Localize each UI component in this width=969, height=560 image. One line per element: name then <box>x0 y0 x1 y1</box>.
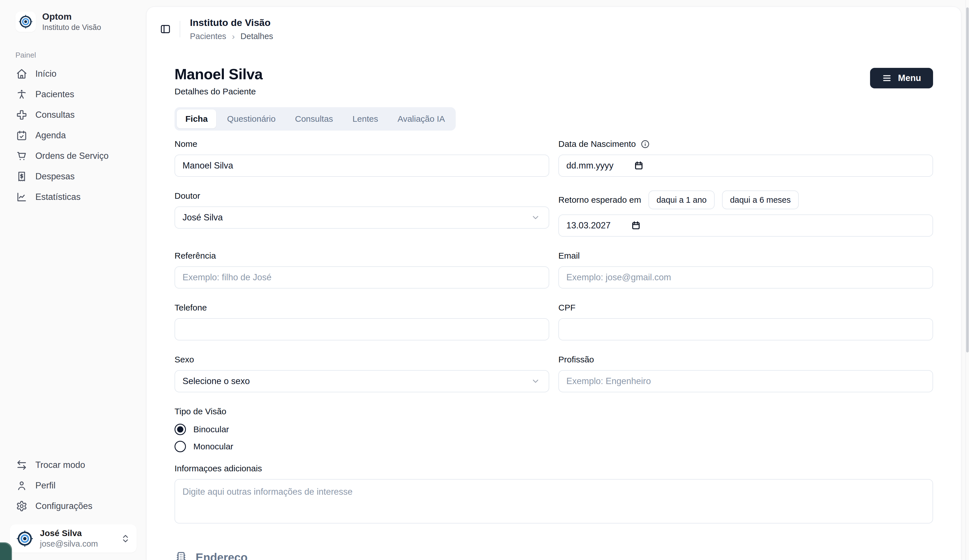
radio-monocular-label: Monocular <box>193 442 233 451</box>
sidebar-footer: Trocar modo Perfil Configurações <box>10 455 137 553</box>
telefone-field[interactable] <box>175 318 549 341</box>
tab-lentes[interactable]: Lentes <box>344 110 387 128</box>
building-icon <box>175 551 188 560</box>
sidebar-item-label: Consultas <box>35 110 75 120</box>
calendar-check-icon <box>16 130 27 141</box>
retorno-value: 13.03.2027 <box>566 220 611 231</box>
profissao-field[interactable] <box>558 370 933 392</box>
sidebar-item-consultas[interactable]: Consultas <box>10 105 137 125</box>
sidebar-item-label: Estatísticas <box>35 192 81 202</box>
menu-button-label: Menu <box>898 73 921 83</box>
sidebar-item-label: Pacientes <box>35 89 74 100</box>
sidebar-item-estatisticas[interactable]: Estatísticas <box>10 187 137 207</box>
header-divider <box>180 21 180 37</box>
tab-consultas[interactable]: Consultas <box>286 110 341 128</box>
user-email: jose@silva.com <box>40 539 114 548</box>
referencia-field[interactable] <box>175 266 549 289</box>
menu-button[interactable]: Menu <box>870 68 933 88</box>
sidebar-item-label: Início <box>35 69 57 79</box>
sidebar-item-perfil[interactable]: Perfil <box>10 475 137 496</box>
breadcrumb-detalhes: Detalhes <box>240 32 273 41</box>
scrollbar-thumb[interactable] <box>966 7 969 352</box>
sidebar-item-label: Agenda <box>35 130 66 141</box>
app-name: Optom <box>42 12 101 22</box>
sidebar-nav: Início Pacientes Consultas Agenda Ordens… <box>10 63 137 207</box>
app-org: Instituto de Visão <box>42 23 101 32</box>
gear-icon <box>16 500 27 512</box>
target-logo-icon <box>18 14 33 29</box>
sidebar-item-agenda[interactable]: Agenda <box>10 125 137 146</box>
retorno-1-ano-button[interactable]: daqui a 1 ano <box>648 191 714 209</box>
info-icon[interactable] <box>641 140 650 149</box>
sidebar: Optom Instituto de Visão Painel Início P… <box>0 0 146 560</box>
retorno-6-meses-button[interactable]: daqui a 6 meses <box>722 191 799 209</box>
medical-cross-icon <box>16 109 27 121</box>
sexo-select[interactable]: Selecione o sexo <box>175 370 549 392</box>
cart-icon <box>16 150 27 162</box>
info-adicionais-label: Informaçoes adicionais <box>175 463 933 474</box>
endereco-section-title: Endereço <box>196 551 248 560</box>
sidebar-item-configuracoes[interactable]: Configurações <box>10 496 137 516</box>
receipt-icon <box>16 171 27 182</box>
email-field[interactable] <box>558 266 933 289</box>
nascimento-value: dd.mm.yyyy <box>566 161 613 171</box>
breadcrumb: Pacientes › Detalhes <box>190 32 273 42</box>
app-logo-row: Optom Instituto de Visão <box>10 12 137 32</box>
swap-arrows-icon <box>16 459 27 471</box>
referencia-label: Referência <box>175 250 549 261</box>
sidebar-item-inicio[interactable]: Início <box>10 63 137 84</box>
clinic-title: Instituto de Visão <box>190 17 273 28</box>
sidebar-item-label: Perfil <box>35 480 56 491</box>
chevron-right-icon: › <box>232 32 235 42</box>
chart-icon <box>16 191 27 203</box>
calendar-icon[interactable] <box>634 161 644 171</box>
user-menu[interactable]: José Silva jose@silva.com <box>10 524 137 553</box>
tipo-visao-label: Tipo de Visão <box>175 406 549 417</box>
person-icon <box>16 480 27 491</box>
user-name: José Silva <box>40 528 114 538</box>
patient-form: Nome Data de Nascimento dd.mm.yyyy <box>175 139 933 523</box>
sidebar-item-despesas[interactable]: Despesas <box>10 166 137 187</box>
cpf-field[interactable] <box>558 318 933 341</box>
nome-field[interactable] <box>175 155 549 177</box>
sidebar-toggle-icon[interactable] <box>157 21 173 37</box>
nome-label: Nome <box>175 139 549 150</box>
sidebar-item-label: Configurações <box>35 501 92 511</box>
main-panel: Instituto de Visão Pacientes › Detalhes … <box>146 7 961 560</box>
page-scrollbar[interactable] <box>966 0 969 560</box>
info-adicionais-textarea[interactable] <box>175 479 933 523</box>
hamburger-icon <box>882 73 892 83</box>
app-logo <box>15 12 36 32</box>
sidebar-item-label: Trocar modo <box>35 460 85 470</box>
sidebar-section-label: Painel <box>15 51 137 60</box>
breadcrumb-pacientes[interactable]: Pacientes <box>190 32 226 41</box>
radio-monocular[interactable] <box>175 441 186 452</box>
tab-questionario[interactable]: Questionário <box>218 110 284 128</box>
tab-ficha[interactable]: Ficha <box>177 110 216 128</box>
calendar-icon[interactable] <box>631 221 641 230</box>
radio-binocular[interactable] <box>175 424 186 435</box>
top-header: Instituto de Visão Pacientes › Detalhes <box>147 7 961 41</box>
chevron-down-icon <box>531 377 540 386</box>
doutor-label: Doutor <box>175 191 549 201</box>
sidebar-item-pacientes[interactable]: Pacientes <box>10 84 137 105</box>
corner-widget[interactable] <box>0 542 12 560</box>
nascimento-date-field[interactable]: dd.mm.yyyy <box>558 155 933 177</box>
sidebar-item-trocar-modo[interactable]: Trocar modo <box>10 455 137 475</box>
retorno-date-field[interactable]: 13.03.2027 <box>558 214 933 237</box>
page-title: Manoel Silva <box>175 66 263 83</box>
sexo-label: Sexo <box>175 354 549 365</box>
sidebar-item-label: Ordens de Serviço <box>35 151 109 161</box>
page-subtitle: Detalhes do Paciente <box>175 87 263 96</box>
chevrons-up-down-icon <box>121 534 130 543</box>
home-icon <box>16 68 27 80</box>
doutor-value: José Silva <box>183 213 223 223</box>
sidebar-item-ordens[interactable]: Ordens de Serviço <box>10 146 137 166</box>
tab-avaliacao-ia[interactable]: Avaliação IA <box>389 110 453 128</box>
accessibility-icon <box>16 89 27 100</box>
profissao-label: Profissão <box>558 354 933 365</box>
doutor-select[interactable]: José Silva <box>175 206 549 229</box>
cpf-label: CPF <box>558 302 933 313</box>
telefone-label: Telefone <box>175 302 549 313</box>
sexo-value: Selecione o sexo <box>183 376 250 386</box>
